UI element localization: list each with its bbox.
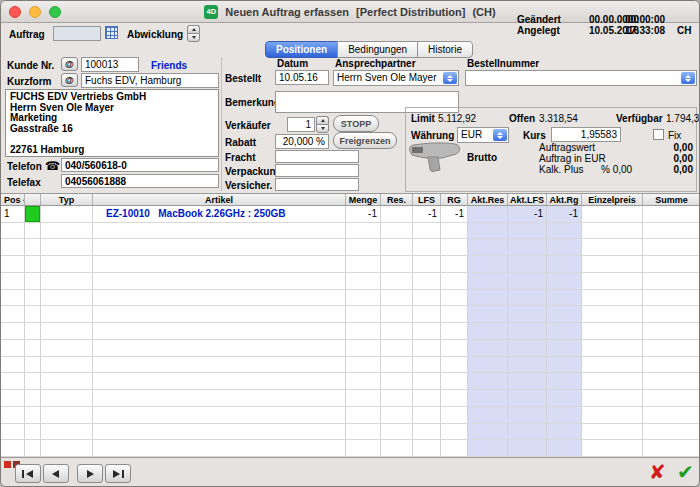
table-row-empty[interactable] <box>1 407 700 424</box>
stepper-down-icon[interactable] <box>187 33 200 42</box>
nav-first-button[interactable] <box>15 464 41 483</box>
table-row-empty[interactable] <box>1 290 700 307</box>
friends-link[interactable]: Friends <box>151 60 187 71</box>
table-row-empty[interactable] <box>1 273 700 290</box>
cell-pos <box>1 357 25 373</box>
cell-akt_res <box>468 273 508 289</box>
rabatt-input[interactable] <box>275 134 329 149</box>
cell-typ <box>41 290 93 306</box>
cell-rg <box>441 290 468 306</box>
datum-input[interactable] <box>275 70 329 85</box>
address-line: Marketing <box>10 113 214 124</box>
table-row-empty[interactable] <box>1 340 700 357</box>
table-row-empty[interactable] <box>1 390 700 407</box>
bestellnummer-select[interactable] <box>465 70 697 86</box>
cancel-button[interactable]: ✘ <box>649 460 666 484</box>
column-header-lfs[interactable]: LFS <box>413 194 441 205</box>
table-row[interactable]: 1EZ-10010 MacBook 2.26GHz : 250GB-1-1-1-… <box>1 206 700 223</box>
column-header-res[interactable]: Res. <box>381 194 413 205</box>
cell-artikel <box>93 256 346 272</box>
datum-header: Datum <box>277 58 308 69</box>
tab-positionen[interactable]: Positionen <box>265 41 338 58</box>
tab-historie[interactable]: Historie <box>417 41 473 58</box>
telefax-input[interactable] <box>61 174 219 188</box>
column-header-summe[interactable]: Summe <box>643 194 700 205</box>
column-header-einzelpreis[interactable]: Einzelpreis <box>582 194 643 205</box>
cell-color <box>25 256 41 272</box>
lookup-grid-icon[interactable] <box>105 26 118 39</box>
freigrenzen-button[interactable]: Freigrenzen <box>333 132 397 149</box>
kurs-input[interactable] <box>551 127 621 142</box>
table-row-empty[interactable] <box>1 306 700 323</box>
cell-menge <box>346 357 381 373</box>
nav-previous-button[interactable] <box>43 464 69 483</box>
telefax-label: Telefax <box>7 177 41 188</box>
telefon-input[interactable] <box>61 158 219 172</box>
cell-menge <box>346 290 381 306</box>
table-row-empty[interactable] <box>1 440 700 457</box>
ok-button[interactable]: ✔ <box>677 460 694 484</box>
column-header-typ[interactable]: Typ <box>41 194 93 205</box>
kunde-lookup-button[interactable]: @ <box>61 57 78 71</box>
table-row-empty[interactable] <box>1 357 700 374</box>
positions-table[interactable]: 1EZ-10010 MacBook 2.26GHz : 250GB-1-1-1-… <box>1 206 700 457</box>
column-header-pos[interactable]: Pos ^ <box>1 194 25 205</box>
cell-akt_lfs <box>508 223 547 239</box>
cell-menge <box>346 407 381 423</box>
abwicklung-stepper[interactable] <box>187 25 200 42</box>
column-header-akt_lfs[interactable]: Akt.LFS <box>508 194 547 205</box>
cell-color <box>25 323 41 339</box>
table-row-empty[interactable] <box>1 323 700 340</box>
table-row-empty[interactable] <box>1 223 700 240</box>
tab-bedingungen[interactable]: Bedingungen <box>337 41 418 58</box>
cell-rg <box>441 390 468 406</box>
waehrung-select[interactable]: EUR <box>457 127 509 143</box>
kurzform-input[interactable] <box>81 73 219 88</box>
verkaeufer-stepper[interactable] <box>316 116 329 133</box>
kurzform-lookup-button[interactable]: @ <box>61 73 78 87</box>
cell-menge <box>346 273 381 289</box>
verpackung-input[interactable] <box>275 164 359 177</box>
column-header-akt_res[interactable]: Akt.Res <box>468 194 508 205</box>
cell-pos <box>1 273 25 289</box>
cell-pos <box>1 256 25 272</box>
column-header-menge[interactable]: Menge <box>346 194 381 205</box>
fix-checkbox[interactable] <box>653 129 664 140</box>
table-row-empty[interactable] <box>1 239 700 256</box>
cell-rg <box>441 273 468 289</box>
stepper-up-icon[interactable] <box>316 116 329 124</box>
verkaeufer-input[interactable] <box>287 117 315 132</box>
ansprechpartner-select[interactable]: Herrn Sven Ole Mayer <box>333 70 459 86</box>
stepper-down-icon[interactable] <box>316 124 329 133</box>
cell-res <box>381 373 413 389</box>
versicher-input[interactable] <box>275 178 359 191</box>
nav-last-button[interactable] <box>105 464 131 483</box>
column-header-color[interactable] <box>25 194 41 205</box>
zoom-window-button[interactable] <box>49 6 61 18</box>
column-header-rg[interactable]: RG <box>441 194 468 205</box>
close-window-button[interactable] <box>9 6 21 18</box>
cell-typ <box>41 239 93 255</box>
table-row-empty[interactable] <box>1 256 700 273</box>
nav-next-button[interactable] <box>77 464 103 483</box>
stopp-button[interactable]: STOPP <box>333 115 379 132</box>
column-header-artikel[interactable]: Artikel <box>93 194 346 205</box>
auftrag-input[interactable] <box>53 26 101 41</box>
address-textarea[interactable]: FUCHS EDV Vertriebs GmbH Herrn Sven Ole … <box>5 89 219 157</box>
kunde-nr-input[interactable] <box>81 57 139 72</box>
cell-einzelpreis <box>582 290 643 306</box>
table-row-empty[interactable] <box>1 424 700 441</box>
combo-arrows-icon[interactable] <box>443 72 457 84</box>
cell-lfs <box>413 256 441 272</box>
column-header-akt_rg[interactable]: Akt.Rg <box>547 194 582 205</box>
stepper-up-icon[interactable] <box>187 25 200 33</box>
table-row-empty[interactable] <box>1 373 700 390</box>
combo-arrows-icon[interactable] <box>493 129 507 141</box>
combo-arrows-icon[interactable] <box>681 72 695 84</box>
minimize-window-button[interactable] <box>29 6 41 18</box>
fracht-input[interactable] <box>275 150 359 163</box>
cell-res <box>381 306 413 322</box>
cell-pos <box>1 323 25 339</box>
auftragswert-value: 0,00 <box>631 142 693 153</box>
cell-summe <box>643 290 700 306</box>
